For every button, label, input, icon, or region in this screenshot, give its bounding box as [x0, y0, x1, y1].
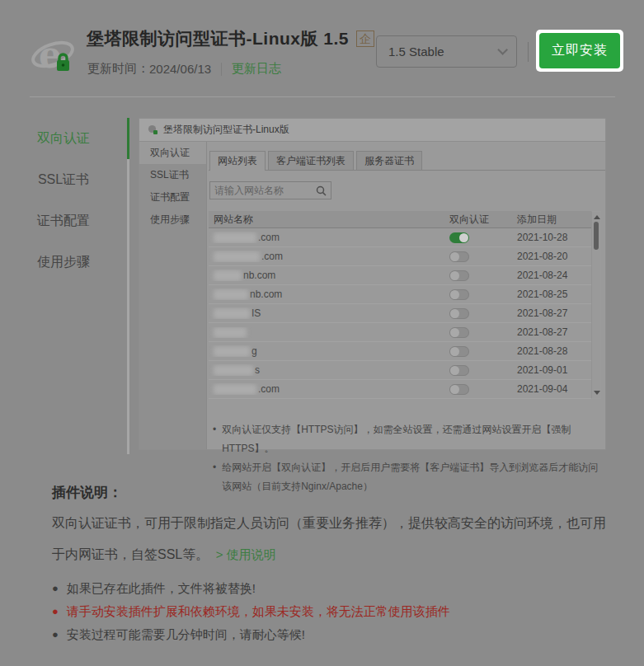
col-date-added: 添加日期: [517, 213, 591, 227]
blurred-site-name: [214, 308, 250, 319]
table-row: nb.com2021-08-25: [209, 285, 591, 304]
sidebar-item-SSL证书[interactable]: SSL证书: [0, 159, 127, 200]
date-cell: 2021-08-28: [517, 345, 591, 357]
update-time-value: 2024/06/13: [149, 62, 211, 76]
plugin-screenshot-preview: 堡塔限制访问型证书-Linux版 双向认证SSL证书证书配置使用步骤 网站列表客…: [139, 118, 606, 450]
preview-sidebar-item: SSL证书: [139, 164, 206, 186]
install-button-highlight-ring: 立即安装: [536, 30, 623, 72]
date-cell: 2021-08-27: [517, 307, 591, 319]
preview-tab: 服务器证书: [356, 151, 422, 170]
enterprise-badge: 企: [356, 30, 374, 47]
sidebar-item-双向认证[interactable]: 双向认证: [0, 118, 127, 159]
warning-item: ●安装过程可能需要几分钟时间，请耐心等候!: [52, 623, 450, 646]
auth-cell: [449, 327, 517, 338]
col-site-name: 网站名称: [209, 213, 449, 227]
mutual-auth-toggle: [449, 327, 469, 338]
blurred-site-name: [214, 289, 248, 300]
search-placeholder: 请输入网站名称: [214, 184, 316, 198]
bullet-icon: ●: [52, 600, 59, 623]
preview-scrollbar: [591, 211, 601, 399]
site-name-fragment: .com: [261, 251, 283, 262]
divider: [221, 63, 222, 76]
toggle-knob: [450, 252, 459, 261]
mutual-auth-toggle: [449, 232, 469, 243]
sites-table: 网站名称 双向认证 添加日期 .com2021-10-28.com2021-08…: [209, 211, 591, 399]
bullet-icon: ●: [52, 623, 59, 646]
preview-search-input: 请输入网站名称: [209, 181, 331, 199]
date-cell: 2021-08-27: [517, 326, 591, 338]
auth-cell: [449, 289, 517, 300]
blurred-site-name: [214, 327, 247, 338]
toggle-knob: [450, 328, 459, 337]
scroll-up-icon: [594, 215, 600, 219]
site-name-fragment: .com: [258, 232, 280, 243]
divider: [528, 42, 529, 62]
install-warnings-list: ●如果已存在此插件，文件将被替换!●请手动安装插件扩展和依赖环境，如果未安装，将…: [52, 577, 450, 646]
site-name-fragment: nb.com: [243, 270, 275, 281]
table-row: nb.com2021-08-24: [209, 266, 591, 285]
sidebar-item-证书配置[interactable]: 证书配置: [0, 200, 127, 242]
mutual-auth-toggle: [449, 384, 469, 395]
preview-titlebar: 堡塔限制访问型证书-Linux版: [139, 119, 605, 142]
date-cell: 2021-08-20: [517, 251, 591, 262]
auth-cell: [449, 365, 517, 376]
site-name-fragment: nb.com: [250, 288, 282, 300]
version-select[interactable]: 1.5 Stable: [376, 35, 517, 68]
plugin-logo-icon: e: [31, 34, 75, 78]
page-title: 堡塔限制访问型证书-Linux版 1.5: [87, 27, 349, 50]
warning-text: 安装过程可能需要几分钟时间，请耐心等候!: [67, 623, 305, 646]
bullet-icon: •: [213, 420, 216, 458]
mutual-auth-toggle: [449, 289, 469, 300]
site-name-cell: IS: [209, 307, 449, 319]
site-name-cell: .com: [209, 232, 449, 243]
preview-sidebar-item: 证书配置: [139, 186, 206, 209]
mini-plugin-icon: [148, 124, 158, 135]
update-time-label: 更新时间：: [87, 61, 149, 77]
table-header-row: 网站名称 双向认证 添加日期: [209, 211, 591, 228]
preview-tabs: 网站列表客户端证书列表服务器证书: [209, 151, 605, 171]
mutual-auth-toggle: [449, 308, 469, 319]
site-name-cell: g: [209, 345, 449, 357]
toggle-knob: [450, 366, 459, 375]
table-row: .com2021-09-04: [209, 380, 591, 399]
preview-inner-sidebar: 双向认证SSL证书证书配置使用步骤: [139, 142, 207, 449]
date-cell: 2021-08-25: [517, 288, 591, 300]
warning-text: 如果已存在此插件，文件将被替换!: [67, 577, 256, 600]
site-name-cell: [209, 327, 449, 338]
install-now-button[interactable]: 立即安装: [539, 33, 620, 68]
site-name-fragment: g: [251, 345, 257, 357]
blurred-site-name: [214, 232, 256, 243]
table-row: .com2021-08-20: [209, 247, 591, 266]
description-body-text: 双向认证证书，可用于限制指定人员访问（重要业务推荐），提供较高安全的访问环境，也…: [52, 516, 606, 561]
plugin-install-dialog: e 堡塔限制访问型证书-Linux版 1.5 企 更新时间： 2024/06/1…: [0, 0, 644, 666]
bullet-icon: •: [213, 458, 216, 496]
blurred-site-name: [214, 270, 242, 281]
toggle-knob: [450, 385, 459, 394]
warning-text: 请手动安装插件扩展和依赖环境，如果未安装，将无法正常使用该插件: [67, 600, 450, 623]
col-mutual-auth: 双向认证: [449, 213, 517, 227]
blurred-site-name: [214, 384, 256, 395]
date-cell: 2021-09-04: [517, 383, 591, 395]
site-name-cell: nb.com: [209, 270, 449, 281]
note-text: 给网站开启【双向认证】，开启后用户需要将【客户端证书】导入到浏览器后才能访问该网…: [222, 458, 605, 496]
site-name-fragment: s: [255, 364, 260, 376]
divider: [30, 96, 615, 97]
preview-nav-sidebar: 双向认证SSL证书证书配置使用步骤: [0, 118, 127, 283]
toggle-knob: [450, 309, 459, 318]
sidebar-track: [127, 118, 129, 454]
changelog-link[interactable]: 更新日志: [232, 61, 281, 77]
toggle-knob: [459, 233, 468, 242]
usage-guide-link[interactable]: > 使用说明: [216, 547, 276, 561]
preview-tab: 网站列表: [209, 151, 266, 171]
table-row: g2021-08-28: [209, 342, 591, 361]
sidebar-item-使用步骤[interactable]: 使用步骤: [0, 242, 127, 283]
auth-cell: [449, 346, 517, 357]
preview-note: •双向认证仅支持【HTTPS访问】，如需全站设置，还需通过网站设置开启【强制HT…: [213, 420, 605, 458]
site-name-fragment: .com: [258, 383, 280, 395]
auth-cell: [449, 270, 517, 281]
warning-item: ●如果已存在此插件，文件将被替换!: [52, 577, 450, 600]
blurred-site-name: [214, 251, 260, 262]
auth-cell: [449, 232, 517, 243]
table-row: .com2021-10-28: [209, 228, 591, 247]
site-name-cell: nb.com: [209, 288, 449, 300]
